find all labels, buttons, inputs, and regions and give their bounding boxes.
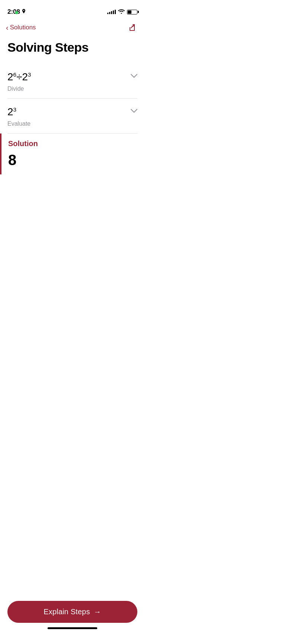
back-button[interactable]: ‹ Solutions <box>6 24 36 31</box>
chevron-down-icon-1 <box>131 73 137 79</box>
back-label: Solutions <box>10 24 36 31</box>
steps-container: 26÷23 Divide 23 Evaluate <box>0 64 145 133</box>
battery-icon <box>127 10 137 15</box>
step-item-2[interactable]: 23 Evaluate <box>7 99 137 133</box>
status-dot <box>15 11 18 14</box>
status-bar: 2:08 <box>0 0 145 19</box>
solution-section: Solution 8 <box>1 133 45 174</box>
step-label-2: Evaluate <box>7 120 131 127</box>
chevron-down-icon-2 <box>131 107 137 114</box>
step-expression-2: 23 <box>7 104 131 119</box>
step-item-1[interactable]: 26÷23 Divide <box>7 64 137 99</box>
step-label-1: Divide <box>7 86 131 92</box>
share-button[interactable] <box>125 22 137 33</box>
status-icons <box>107 9 137 15</box>
svg-point-0 <box>23 10 25 11</box>
solution-value: 8 <box>8 152 38 168</box>
nav-bar: ‹ Solutions <box>0 19 145 37</box>
step-content-2: 23 Evaluate <box>7 104 131 127</box>
signal-icon <box>107 10 116 14</box>
chevron-left-icon: ‹ <box>6 24 9 31</box>
wifi-icon <box>118 9 125 15</box>
step-expression-1: 26÷23 <box>7 70 131 84</box>
share-icon <box>127 23 136 32</box>
page-title: Solving Steps <box>0 37 145 64</box>
location-icon <box>22 9 26 15</box>
solution-label: Solution <box>8 139 38 148</box>
step-content-1: 26÷23 Divide <box>7 70 131 92</box>
